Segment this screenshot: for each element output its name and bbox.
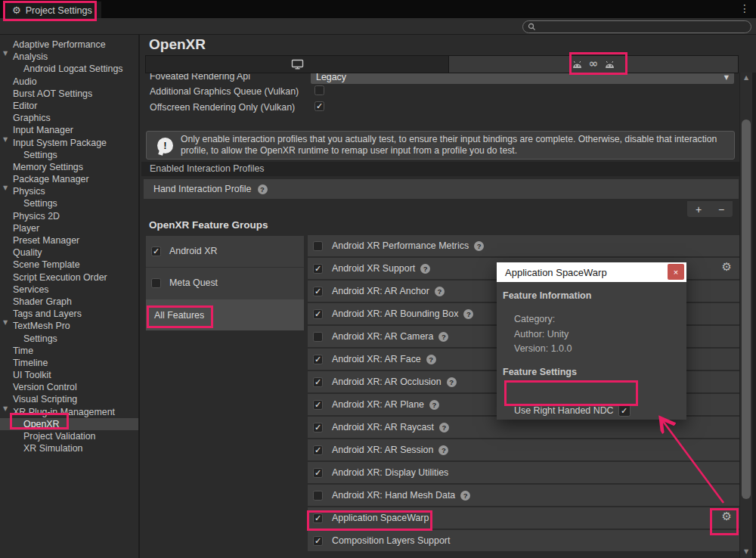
sidebar-item-openxr[interactable]: OpenXR — [0, 418, 138, 430]
help-icon[interactable]: ? — [447, 377, 457, 387]
scroll-up-icon[interactable]: ▲ — [740, 75, 752, 81]
feature-label: Android XR: AR Plane — [332, 399, 424, 410]
sidebar-item-script-execution-order[interactable]: Script Execution Order — [0, 271, 138, 284]
sidebar-item-input-manager[interactable]: Input Manager — [0, 124, 138, 136]
tab-android-platform[interactable]: ∞ — [449, 56, 738, 73]
sidebar-item-burst-aot-settings[interactable]: Burst AOT Settings — [0, 88, 138, 100]
feature-checkbox-android-xr-ar-session[interactable]: ✓ — [313, 445, 323, 455]
sidebar-item-ui-toolkit[interactable]: UI Toolkit — [0, 369, 138, 381]
sidebar-item-graphics[interactable]: Graphics — [0, 112, 138, 124]
feature-row-application-spacewarp[interactable]: ✓Application SpaceWarp⚙ — [308, 507, 740, 529]
sidebar-item-settings[interactable]: Settings — [0, 149, 138, 161]
help-icon[interactable]: ? — [438, 445, 448, 455]
help-icon[interactable]: ? — [463, 309, 473, 319]
kebab-menu-icon[interactable]: ⋮ — [739, 3, 750, 14]
sidebar-item-android-logcat-settings[interactable]: Android Logcat Settings — [0, 63, 138, 75]
help-icon[interactable]: ? — [435, 287, 445, 296]
sidebar-item-preset-manager[interactable]: Preset Manager — [0, 234, 138, 246]
feature-group-label: Android XR — [169, 246, 217, 256]
sidebar-item-project-validation[interactable]: Project Validation — [0, 430, 138, 442]
offscreen-rendering-checkbox[interactable]: ✓ — [314, 101, 324, 111]
all-features-item[interactable]: All Features — [146, 299, 304, 330]
feature-row-android-xr-hand-mesh-data[interactable]: Android XR: Hand Mesh Data? — [308, 485, 740, 506]
feature-gear-icon[interactable]: ⚙ — [722, 511, 732, 522]
sidebar-item-xr-simulation[interactable]: XR Simulation — [0, 442, 138, 454]
feature-checkbox-android-xr-hand-mesh-data[interactable] — [313, 491, 323, 501]
sidebar-item-services[interactable]: Services — [0, 284, 138, 296]
help-icon[interactable]: ? — [474, 241, 484, 251]
scrollbar-thumb[interactable] — [742, 119, 751, 499]
feature-group-meta-quest[interactable]: Meta Quest — [146, 268, 304, 299]
feature-row-android-xr-display-utilities[interactable]: ✓Android XR: Display Utilities — [308, 462, 740, 483]
add-profile-button[interactable]: + — [696, 203, 702, 215]
sidebar-item-physics-2d[interactable]: Physics 2D — [0, 210, 138, 222]
feature-checkbox-android-xr-ar-raycast[interactable]: ✓ — [313, 423, 323, 432]
feature-checkbox-application-spacewarp[interactable]: ✓ — [313, 513, 323, 523]
feature-checkbox-android-xr-ar-camera[interactable] — [313, 332, 323, 342]
feature-group-checkbox-android-xr[interactable]: ✓ — [151, 246, 161, 256]
additional-graphics-queue-checkbox[interactable] — [314, 85, 324, 95]
feature-gear-icon[interactable]: ⚙ — [722, 262, 732, 273]
search-input[interactable] — [539, 23, 736, 32]
project-settings-tab[interactable]: ⚙ Project Settings — [6, 2, 101, 19]
sidebar-item-shader-graph[interactable]: Shader Graph — [0, 296, 138, 308]
feature-group-android-xr[interactable]: ✓Android XR — [146, 236, 304, 268]
foldout-icon[interactable]: ▼ — [3, 51, 8, 57]
sidebar-item-label: Visual Scripting — [13, 394, 77, 405]
sidebar-item-physics[interactable]: ▼Physics — [0, 185, 138, 197]
sidebar-item-settings[interactable]: Settings — [0, 333, 138, 345]
feature-checkbox-android-xr-display-utilities[interactable]: ✓ — [313, 468, 323, 478]
feature-checkbox-composition-layers-support[interactable]: ✓ — [313, 536, 323, 546]
help-icon[interactable]: ? — [438, 332, 448, 342]
help-icon[interactable]: ? — [429, 400, 439, 410]
help-icon[interactable]: ? — [460, 491, 470, 501]
sidebar-item-timeline[interactable]: Timeline — [0, 357, 138, 369]
help-icon[interactable]: ? — [420, 264, 430, 274]
feature-checkbox-android-xr-ar-face[interactable]: ✓ — [313, 355, 323, 364]
help-icon[interactable]: ? — [439, 423, 449, 432]
feature-group-checkbox-meta-quest[interactable] — [151, 278, 161, 288]
sidebar-item-editor[interactable]: Editor — [0, 100, 138, 112]
feature-row-android-xr-performance-metrics[interactable]: Android XR Performance Metrics? — [308, 235, 740, 256]
foldout-icon[interactable]: ▼ — [3, 185, 8, 191]
feature-checkbox-android-xr-ar-occlusion[interactable]: ✓ — [313, 377, 323, 387]
hand-interaction-profile-row[interactable]: Hand Interaction Profile ? — [144, 179, 739, 199]
feature-row-android-xr-ar-raycast[interactable]: ✓Android XR: AR Raycast? — [308, 417, 740, 438]
sidebar-item-audio[interactable]: Audio — [0, 76, 138, 88]
feature-checkbox-android-xr-performance-metrics[interactable] — [313, 241, 323, 251]
sidebar-item-textmesh-pro[interactable]: ▼TextMesh Pro — [0, 320, 138, 332]
tab-desktop-platform[interactable] — [146, 56, 449, 73]
sidebar-item-quality[interactable]: Quality — [0, 246, 138, 259]
sidebar-item-input-system-package[interactable]: ▼Input System Package — [0, 137, 138, 149]
scroll-down-icon[interactable]: ▼ — [740, 549, 752, 555]
foveated-rendering-dropdown[interactable]: Legacy ▼ — [311, 73, 734, 84]
sidebar-item-xr-plug-in-management[interactable]: ▼XR Plug-in Management — [0, 406, 138, 418]
feature-checkbox-android-xr-ar-plane[interactable]: ✓ — [313, 400, 323, 410]
help-icon[interactable]: ? — [258, 184, 268, 194]
sidebar-item-tags-and-layers[interactable]: Tags and Layers — [0, 308, 138, 320]
sidebar-item-memory-settings[interactable]: Memory Settings — [0, 161, 138, 173]
foldout-icon[interactable]: ▼ — [3, 406, 8, 412]
feature-row-composition-layers-support[interactable]: ✓Composition Layers Support — [308, 530, 740, 551]
feature-checkbox-android-xr-support[interactable]: ✓ — [313, 264, 323, 274]
sidebar-item-visual-scripting[interactable]: Visual Scripting — [0, 393, 138, 405]
sidebar-item-player[interactable]: Player — [0, 222, 138, 234]
sidebar-item-time[interactable]: Time — [0, 345, 138, 357]
sidebar-item-version-control[interactable]: Version Control — [0, 381, 138, 393]
feature-row-android-xr-ar-session[interactable]: ✓Android XR: AR Session? — [308, 439, 740, 460]
vertical-scrollbar[interactable]: ▲ ▼ — [739, 73, 752, 558]
sidebar-item-scene-template[interactable]: Scene Template — [0, 259, 138, 271]
foldout-icon[interactable]: ▼ — [3, 320, 8, 326]
foldout-icon[interactable]: ▼ — [3, 137, 8, 143]
search-box[interactable] — [522, 20, 751, 33]
sidebar-item-adaptive-performance[interactable]: Adaptive Performance — [0, 39, 138, 51]
feature-checkbox-android-xr-ar-bounding-box[interactable]: ✓ — [313, 309, 323, 319]
close-icon[interactable]: × — [668, 264, 684, 280]
help-icon[interactable]: ? — [426, 355, 436, 364]
use-right-handed-ndc-checkbox[interactable]: ✓ — [618, 405, 631, 417]
sidebar-item-analysis[interactable]: ▼Analysis — [0, 51, 138, 63]
sidebar-item-settings[interactable]: Settings — [0, 197, 138, 209]
sidebar-item-package-manager[interactable]: Package Manager — [0, 173, 138, 185]
remove-profile-button[interactable]: − — [718, 203, 724, 215]
feature-checkbox-android-xr-ar-anchor[interactable]: ✓ — [313, 287, 323, 296]
